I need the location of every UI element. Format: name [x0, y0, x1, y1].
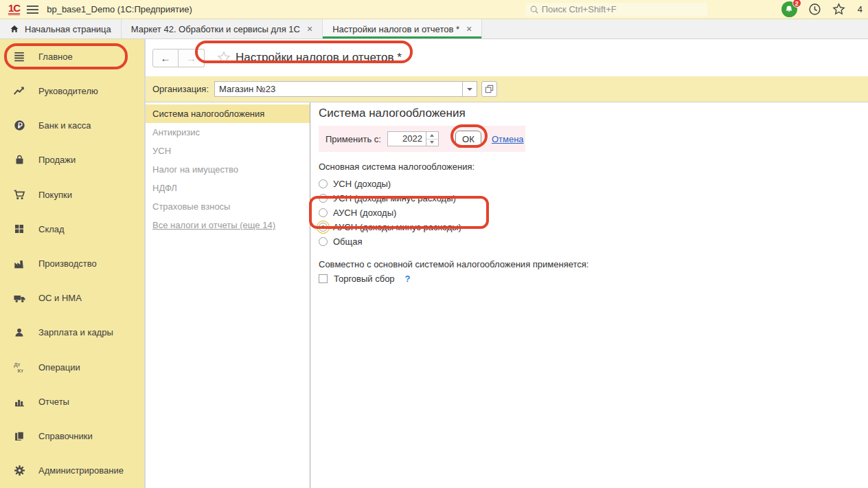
radio-ausn-dohody[interactable]: АУСН (доходы): [319, 206, 868, 220]
radio-icon[interactable]: [319, 208, 328, 217]
grid-squares-icon: [12, 223, 27, 234]
section-sidebar: Главное Руководителю Банк и касса Продаж…: [0, 39, 146, 488]
close-icon[interactable]: ×: [307, 23, 312, 34]
nav-item-ndfl[interactable]: НДФЛ: [146, 179, 310, 197]
open-list-icon: [485, 85, 494, 93]
apply-from-label: Применить с:: [326, 134, 381, 144]
organization-dropdown-button[interactable]: [463, 81, 477, 97]
ok-button[interactable]: ОК: [455, 131, 481, 148]
bar-chart-icon: [12, 396, 27, 408]
books-icon: [12, 430, 27, 442]
sidebar-item-administrirovanie[interactable]: Администрирование: [0, 454, 144, 488]
corner-number: 4: [858, 4, 863, 14]
panel-heading: Система налогообложения: [319, 107, 868, 120]
trade-fee-label: Торговый сбор: [334, 274, 395, 284]
nav-item-sistema[interactable]: Система налогообложения: [146, 104, 310, 123]
gear-icon: [12, 465, 27, 476]
bell-icon: [784, 5, 794, 14]
close-icon[interactable]: ×: [466, 23, 472, 34]
search-placeholder: Поиск Ctrl+Shift+F: [542, 4, 617, 14]
sidebar-item-glavnoe[interactable]: Главное: [0, 39, 144, 74]
nav-item-usn[interactable]: УСН: [146, 142, 310, 160]
nav-item-vse-nalogi-link[interactable]: Все налоги и отчеты (еще 14): [146, 216, 310, 234]
ruble-coin-icon: [12, 120, 27, 131]
trade-fee-row: Торговый сбор ?: [319, 274, 868, 284]
trade-fee-checkbox[interactable]: [319, 274, 328, 283]
sidebar-item-proizvodstvo[interactable]: Производство: [0, 246, 144, 280]
main-system-label: Основная система налогообложения:: [319, 162, 868, 172]
sidebar-item-bank-kassa[interactable]: Банк и касса: [0, 108, 144, 142]
app-title: bp_base1_Demo (1С:Предприятие): [47, 4, 192, 14]
radio-icon[interactable]: [319, 179, 328, 188]
tab-label: Настройки налогов и отчетов *: [332, 24, 459, 34]
sidebar-item-rukovoditelyu[interactable]: Руководителю: [0, 74, 144, 108]
tab-label: Начальная страница: [25, 24, 111, 34]
search-icon: [529, 5, 539, 14]
nav-item-nalog-imushchestvo[interactable]: Налог на имущество: [146, 160, 310, 179]
organization-label: Организация:: [152, 84, 209, 94]
home-icon: [10, 24, 19, 34]
radio-icon[interactable]: [319, 194, 328, 203]
form-header: ← → Настройки налогов и отчетов *: [146, 39, 868, 76]
chevron-down-icon: [467, 88, 472, 91]
tab-market42[interactable]: Маркет 42. Обработки и сервисы для 1С ×: [122, 19, 323, 38]
tab-home[interactable]: Начальная страница: [0, 19, 122, 38]
debit-credit-icon: ДтКт: [12, 361, 27, 374]
svg-text:Дт: Дт: [14, 362, 20, 368]
tab-bar: Начальная страница Маркет 42. Обработки …: [0, 19, 868, 39]
radio-icon[interactable]: [319, 237, 328, 246]
nav-item-strahovye[interactable]: Страховые взносы: [146, 197, 310, 216]
page-title: Настройки налогов и отчетов *: [236, 51, 402, 65]
radio-ausn-dohody-rashody[interactable]: АУСН (доходы минус расходы): [319, 220, 868, 234]
factory-icon: [12, 258, 27, 270]
sidebar-item-operacii[interactable]: ДтКт Операции: [0, 350, 144, 384]
organization-row: Организация: Магазин №23: [146, 76, 868, 102]
nav-item-antikrizis[interactable]: Антикризис: [146, 123, 310, 142]
sidebar-item-spravochniki[interactable]: Справочники: [0, 419, 144, 454]
tax-system-panel: Система налогообложения Применить с: 202…: [310, 102, 868, 488]
radio-obshchaya[interactable]: Общая: [319, 234, 868, 249]
help-question-icon[interactable]: ?: [405, 274, 411, 284]
radio-usn-dohody-rashody[interactable]: УСН (доходы минус расходы): [319, 191, 868, 206]
year-spinner[interactable]: [426, 131, 439, 146]
truck-icon: [12, 291, 27, 304]
trend-chart-icon: [12, 85, 27, 97]
svg-text:Кт: Кт: [17, 368, 23, 374]
sidebar-item-zarplata-kadry[interactable]: Зарплата и кадры: [0, 315, 144, 350]
organization-open-button[interactable]: [481, 81, 497, 97]
search-input[interactable]: Поиск Ctrl+Shift+F: [525, 3, 707, 16]
tab-tax-settings[interactable]: Настройки налогов и отчетов * ×: [323, 19, 482, 38]
sidebar-item-os-nma[interactable]: ОС и НМА: [0, 281, 144, 315]
notifications-button[interactable]: 2: [781, 1, 797, 17]
1c-logo: 1С: [8, 3, 20, 15]
radio-selected-icon[interactable]: [319, 223, 328, 232]
organization-input[interactable]: Магазин №23: [214, 81, 463, 97]
menu-lines-icon: [12, 50, 27, 63]
favorite-star-icon[interactable]: [217, 51, 231, 65]
sidebar-item-pokupki[interactable]: Покупки: [0, 177, 144, 212]
sidebar-item-prodazhi[interactable]: Продажи: [0, 143, 144, 177]
tab-label: Маркет 42. Обработки и сервисы для 1С: [131, 24, 300, 34]
title-bar: 1С bp_base1_Demo (1С:Предприятие) Поиск …: [0, 0, 868, 19]
sidebar-item-sklad[interactable]: Склад: [0, 212, 144, 246]
person-icon: [12, 327, 27, 338]
forward-button[interactable]: →: [179, 49, 205, 67]
cancel-link[interactable]: Отмена: [492, 134, 524, 144]
main-menu-icon[interactable]: [27, 5, 38, 14]
shopping-cart-icon: [12, 188, 27, 201]
notification-badge: 2: [792, 0, 801, 8]
sidebar-item-otchety[interactable]: Отчеты: [0, 384, 144, 419]
jointly-label: Совместно с основной системой налогообло…: [319, 259, 868, 269]
radio-usn-dohody[interactable]: УСН (доходы): [319, 177, 868, 191]
apply-year-input[interactable]: 2022: [387, 131, 426, 146]
favorites-star-icon[interactable]: [832, 3, 845, 16]
back-button[interactable]: ←: [152, 49, 179, 67]
spinner-down-icon[interactable]: [426, 139, 438, 146]
spinner-up-icon[interactable]: [426, 132, 438, 139]
history-icon[interactable]: [808, 3, 821, 16]
settings-nav-list: Система налогообложения Антикризис УСН Н…: [146, 102, 310, 488]
apply-box: Применить с: 2022 ОК Отмена: [319, 126, 525, 152]
shopping-bag-icon: [12, 154, 27, 166]
